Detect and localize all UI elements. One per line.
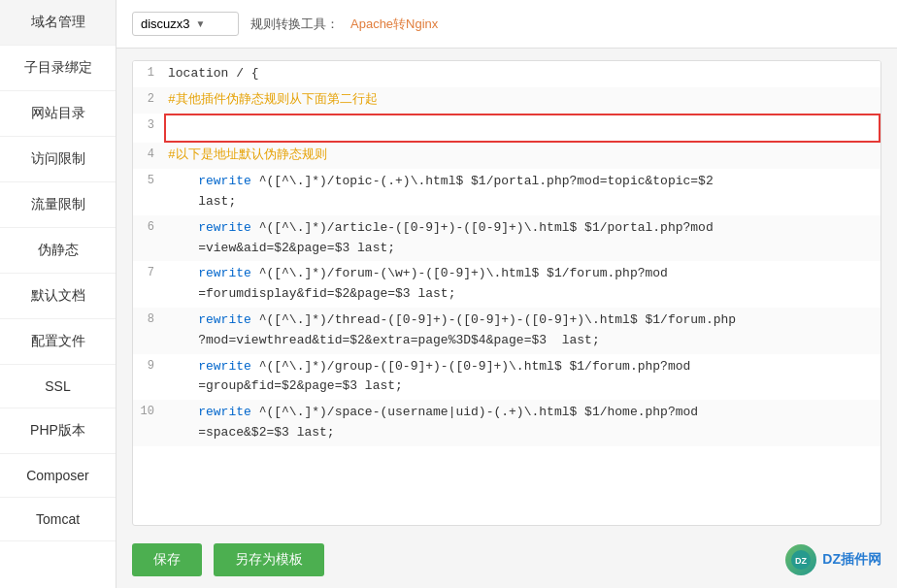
tool-label: 规则转换工具： bbox=[250, 16, 339, 33]
code-line-2: 2#其他插件伪静态规则从下面第二行起 bbox=[133, 87, 880, 114]
sidebar-item-config[interactable]: 配置文件 bbox=[0, 319, 116, 365]
main-content: discuzx3 ▼ 规则转换工具： Apache转Nginx 1locatio… bbox=[116, 0, 897, 588]
chevron-down-icon: ▼ bbox=[196, 18, 206, 29]
line-number: 9 bbox=[133, 354, 164, 376]
line-content: rewrite ^([^\.]*)/forum-(\w+)-([0-9]+)\.… bbox=[164, 261, 880, 308]
sidebar-item-ssl[interactable]: SSL bbox=[0, 365, 116, 408]
logo-text: DZ插件网 bbox=[822, 551, 881, 569]
sidebar-item-tomcat[interactable]: Tomcat bbox=[0, 498, 116, 541]
code-line-4: 4#以下是地址默认伪静态规则 bbox=[133, 143, 880, 169]
code-line-3: 3 bbox=[133, 114, 880, 144]
sidebar-item-composer[interactable]: Composer bbox=[0, 454, 116, 498]
line-content: rewrite ^([^\.]*)/article-([0-9]+)-([0-9… bbox=[164, 215, 880, 262]
line-number: 5 bbox=[133, 169, 164, 190]
line-content: rewrite ^([^\.]*)/thread-([0-9]+)-([0-9]… bbox=[164, 308, 880, 354]
sidebar-item-default-doc[interactable]: 默认文档 bbox=[0, 274, 116, 319]
line-content: #以下是地址默认伪静态规则 bbox=[164, 143, 880, 169]
sidebar-item-php[interactable]: PHP版本 bbox=[0, 408, 116, 454]
line-number: 10 bbox=[133, 400, 164, 421]
code-line-1: 1location / { bbox=[133, 61, 880, 87]
editor-scroll[interactable]: 1location / {2#其他插件伪静态规则从下面第二行起34#以下是地址默… bbox=[133, 61, 880, 525]
logo-icon: DZ bbox=[785, 544, 816, 575]
line-content[interactable] bbox=[164, 114, 880, 144]
line-number: 2 bbox=[133, 87, 164, 109]
toolbar: discuzx3 ▼ 规则转换工具： Apache转Nginx bbox=[116, 0, 897, 49]
site-select-value: discuzx3 bbox=[141, 16, 190, 31]
line-number: 1 bbox=[133, 61, 164, 82]
convert-tool-link[interactable]: Apache转Nginx bbox=[350, 16, 438, 33]
save-as-template-button[interactable]: 另存为模板 bbox=[214, 543, 324, 576]
code-editor: 1location / {2#其他插件伪静态规则从下面第二行起34#以下是地址默… bbox=[132, 60, 881, 526]
code-line-5: 5 rewrite ^([^\.]*)/topic-(.+)\.html$ $1… bbox=[133, 169, 880, 215]
line-number: 3 bbox=[133, 114, 164, 135]
line-number: 7 bbox=[133, 261, 164, 282]
code-line-10: 10 rewrite ^([^\.]*)/space-(username|uid… bbox=[133, 400, 880, 446]
line-content: rewrite ^([^\.]*)/group-([0-9]+)-([0-9]+… bbox=[164, 354, 880, 401]
line-content: #其他插件伪静态规则从下面第二行起 bbox=[164, 87, 880, 114]
svg-text:DZ: DZ bbox=[795, 556, 807, 566]
sidebar-item-subdir[interactable]: 子目录绑定 bbox=[0, 46, 116, 91]
code-line-9: 9 rewrite ^([^\.]*)/group-([0-9]+)-([0-9… bbox=[133, 354, 880, 401]
logo-area: DZ DZ插件网 bbox=[785, 544, 881, 575]
sidebar-item-traffic[interactable]: 流量限制 bbox=[0, 182, 116, 228]
sidebar-item-access[interactable]: 访问限制 bbox=[0, 137, 116, 182]
line-content: rewrite ^([^\.]*)/space-(username|uid)-(… bbox=[164, 400, 880, 446]
sidebar-item-domain[interactable]: 域名管理 bbox=[0, 0, 116, 46]
bottom-bar: 保存 另存为模板 DZ DZ插件网 bbox=[116, 534, 897, 588]
line-content: location / { bbox=[164, 61, 880, 87]
site-select[interactable]: discuzx3 ▼ bbox=[132, 12, 239, 36]
line-content: rewrite ^([^\.]*)/topic-(.+)\.html$ $1/p… bbox=[164, 169, 880, 215]
sidebar-item-webroot[interactable]: 网站目录 bbox=[0, 91, 116, 137]
sidebar: 域名管理子目录绑定网站目录访问限制流量限制伪静态默认文档配置文件SSLPHP版本… bbox=[0, 0, 116, 588]
line-number: 8 bbox=[133, 308, 164, 329]
line-number: 6 bbox=[133, 215, 164, 237]
code-line-7: 7 rewrite ^([^\.]*)/forum-(\w+)-([0-9]+)… bbox=[133, 261, 880, 308]
code-line-6: 6 rewrite ^([^\.]*)/article-([0-9]+)-([0… bbox=[133, 215, 880, 262]
sidebar-item-rewrite[interactable]: 伪静态 bbox=[0, 228, 116, 274]
line-number: 4 bbox=[133, 143, 164, 164]
code-line-8: 8 rewrite ^([^\.]*)/thread-([0-9]+)-([0-… bbox=[133, 308, 880, 354]
save-button[interactable]: 保存 bbox=[132, 543, 202, 576]
